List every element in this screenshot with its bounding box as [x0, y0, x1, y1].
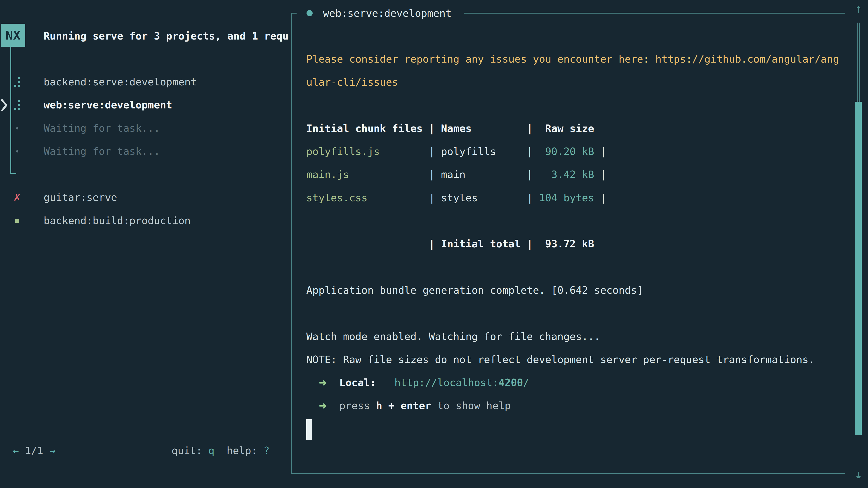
task-row-guitar-serve[interactable]: ✗guitar:serve: [0, 186, 290, 209]
running-status-dot-icon: [307, 10, 313, 16]
text-segment: Initial total: [441, 238, 521, 250]
text-segment: main.js: [306, 168, 349, 181]
page-title: Running serve for 3 projects, and 1 requ: [43, 25, 289, 48]
text-segment: Please consider reporting any issues you…: [306, 53, 839, 65]
page-prev-icon[interactable]: ←: [13, 445, 19, 457]
text-segment: 3.42 kB: [533, 168, 594, 181]
text-segment: Local:: [339, 377, 376, 389]
terminal-line-12: Watch mode enabled. Watching for file ch…: [306, 325, 839, 348]
text-segment: ular-cli/issues: [306, 76, 398, 88]
panel-title: web:serve:development: [323, 7, 452, 19]
task-tree-guide-foot: [10, 173, 16, 174]
terminal-line-11: [306, 302, 839, 325]
text-segment: |: [600, 168, 606, 181]
terminal-line-2: [306, 94, 839, 117]
text-segment: h + enter: [376, 400, 431, 412]
terminal-line-14: ➜ Local: http://localhost:4200/: [306, 371, 839, 394]
keyboard-hints: quit: q help: ?: [172, 439, 270, 462]
nx-logo: NX: [1, 24, 25, 47]
text-segment: [349, 168, 429, 181]
text-segment: |: [527, 238, 533, 250]
terminal-line-3: Initial chunk files | Names | Raw size: [306, 117, 839, 140]
text-segment: ➜: [318, 400, 327, 412]
local-url-link[interactable]: http://localhost:: [395, 377, 499, 389]
text-segment: press: [339, 400, 376, 412]
text-segment: |: [429, 192, 441, 204]
task-label: backend:build:production: [43, 209, 191, 232]
text-segment: [465, 168, 527, 181]
scrollbar-thumb[interactable]: [855, 102, 862, 435]
terminal-cursor: [306, 419, 312, 440]
quit-hint-label: quit:: [172, 445, 202, 457]
square-icon: [13, 209, 22, 232]
text-segment: 90.20 kB: [533, 145, 594, 158]
text-segment: polyfills.js: [306, 145, 380, 158]
scroll-up-icon[interactable]: ↑: [854, 2, 864, 16]
task-row-backend-build-production[interactable]: backend:build:production: [0, 209, 290, 232]
text-segment: |: [600, 145, 606, 158]
task-label: web:serve:development: [43, 94, 172, 117]
text-segment: 104 bytes: [533, 192, 594, 204]
task-row-web-serve-development[interactable]: web:serve:development: [0, 94, 290, 117]
terminal-line-15: ➜ press h + enter to show help: [306, 394, 839, 417]
spinner-icon: [13, 94, 22, 117]
text-segment: [478, 192, 527, 204]
text-segment: |: [600, 192, 607, 204]
text-segment: styles: [441, 192, 478, 204]
scroll-down-icon[interactable]: ↓: [854, 467, 864, 481]
text-segment: Application bundle generation complete. …: [306, 284, 643, 296]
text-segment: styles.css: [306, 192, 368, 204]
text-segment: [327, 400, 339, 412]
selected-task-chevron-icon: [1, 99, 8, 111]
dot-icon: [13, 140, 22, 163]
text-segment: Watch mode enabled. Watching for file ch…: [306, 330, 600, 343]
text-segment: Initial chunk files | Names | Raw size: [306, 123, 594, 134]
text-segment: [521, 238, 527, 250]
terminal-line-8: | Initial total | 93.72 kB: [306, 232, 839, 256]
text-segment: main: [441, 168, 465, 181]
text-segment: [380, 145, 429, 158]
text-segment: |: [527, 168, 533, 181]
text-segment: [594, 168, 600, 181]
pagination[interactable]: ← 1/1 →: [13, 439, 56, 462]
terminal-line-13: NOTE: Raw file sizes do not reflect deve…: [306, 348, 839, 371]
local-url-port[interactable]: 4200: [499, 377, 523, 389]
text-segment: [376, 377, 395, 389]
text-segment: NOTE: Raw file sizes do not reflect deve…: [306, 354, 815, 365]
terminal-line-1: ular-cli/issues: [306, 71, 839, 94]
text-segment: 93.72 kB: [533, 238, 594, 250]
panel-border-rule: [464, 13, 845, 13]
dot-icon: [13, 117, 22, 140]
page-indicator: 1/1: [25, 445, 43, 457]
terminal-line-5: main.js | main | 3.42 kB |: [306, 163, 839, 186]
text-segment: [306, 400, 318, 412]
text-segment: [594, 145, 600, 158]
terminal-line-9: [306, 256, 839, 279]
text-segment: [594, 192, 600, 204]
terminal-output: Please consider reporting any issues you…: [306, 48, 839, 441]
terminal-line-6: styles.css | styles | 104 bytes |: [306, 186, 839, 209]
terminal-line-4: polyfills.js | polyfills | 90.20 kB |: [306, 140, 839, 163]
nx-tui-window: NX Running serve for 3 projects, and 1 r…: [0, 0, 868, 488]
text-segment: |: [429, 145, 441, 158]
task-label: Waiting for task...: [43, 117, 160, 140]
text-segment: |: [527, 145, 533, 158]
spinner-icon: [13, 70, 22, 94]
text-segment: to show help: [431, 400, 511, 412]
text-segment: |: [429, 238, 441, 250]
task-row-backend-serve-development[interactable]: backend:serve:development: [0, 70, 290, 94]
task-output-panel: web:serve:development Please consider re…: [291, 13, 845, 474]
panel-header: web:serve:development: [291, 2, 845, 25]
text-segment: polyfills: [441, 145, 496, 158]
local-url-slash[interactable]: /: [523, 377, 529, 389]
help-hint-label: help:: [227, 445, 257, 457]
cross-icon: ✗: [13, 186, 22, 209]
text-segment: [306, 377, 318, 389]
terminal-line-16: [306, 418, 839, 441]
text-segment: |: [527, 192, 533, 204]
help-key: ?: [264, 445, 270, 457]
text-segment: [306, 238, 429, 250]
task-row-waiting-for-task[interactable]: Waiting for task...: [0, 117, 290, 140]
task-row-waiting-for-task[interactable]: Waiting for task...: [0, 140, 290, 163]
page-next-icon[interactable]: →: [50, 445, 56, 457]
